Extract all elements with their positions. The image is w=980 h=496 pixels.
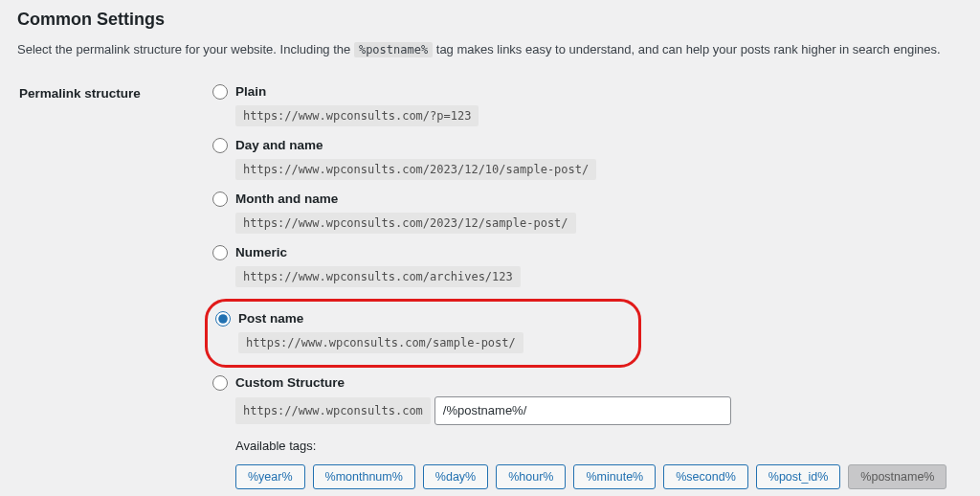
radio-day-name-label[interactable]: Day and name: [235, 138, 323, 152]
radio-custom-label[interactable]: Custom Structure: [235, 375, 345, 390]
tag-postname-button[interactable]: %postname%: [848, 464, 947, 489]
month-name-url-example: https://www.wpconsults.com/2023/12/sampl…: [235, 213, 576, 234]
option-numeric: Numeric https://www.wpconsults.com/archi…: [212, 245, 961, 287]
option-post-name-highlighted: Post name https://www.wpconsults.com/sam…: [205, 299, 641, 368]
tag-post-id-button[interactable]: %post_id%: [756, 464, 841, 489]
tag-second-button[interactable]: %second%: [663, 464, 748, 489]
option-day-and-name: Day and name https://www.wpconsults.com/…: [212, 138, 961, 180]
custom-structure-input[interactable]: [434, 396, 731, 425]
radio-plain-label[interactable]: Plain: [235, 84, 266, 99]
tag-buttons-row: %year% %monthnum% %day% %hour% %minute% …: [235, 464, 961, 496]
radio-post-name-label[interactable]: Post name: [238, 311, 303, 326]
radio-plain[interactable]: [212, 84, 228, 100]
postname-code-tag: %postname%: [354, 42, 433, 57]
tag-monthnum-button[interactable]: %monthnum%: [313, 464, 415, 489]
option-custom-structure: Custom Structure https://www.wpconsults.…: [212, 375, 961, 496]
day-name-url-example: https://www.wpconsults.com/2023/12/10/sa…: [235, 159, 596, 180]
post-name-url-example: https://www.wpconsults.com/sample-post/: [238, 332, 523, 353]
section-title: Common Settings: [17, 10, 963, 30]
radio-month-name[interactable]: [212, 192, 228, 207]
tag-year-button[interactable]: %year%: [235, 464, 305, 489]
section-description: Select the permalink structure for your …: [17, 41, 963, 59]
section-desc-after: tag makes links easy to understand, and …: [436, 42, 941, 56]
available-tags-label: Available tags:: [235, 439, 961, 453]
radio-numeric[interactable]: [212, 245, 228, 260]
permalink-structure-label: Permalink structure: [19, 84, 211, 496]
radio-custom[interactable]: [212, 375, 228, 391]
tag-day-button[interactable]: %day%: [423, 464, 488, 489]
plain-url-example: https://www.wpconsults.com/?p=123: [235, 105, 479, 126]
tag-minute-button[interactable]: %minute%: [573, 464, 656, 489]
option-plain: Plain https://www.wpconsults.com/?p=123: [212, 84, 961, 126]
radio-post-name[interactable]: [215, 311, 231, 327]
radio-day-name[interactable]: [212, 138, 228, 153]
custom-url-prefix: https://www.wpconsults.com: [235, 397, 431, 424]
tag-hour-button[interactable]: %hour%: [496, 464, 566, 489]
section-desc-before: Select the permalink structure for your …: [17, 42, 354, 56]
option-month-and-name: Month and name https://www.wpconsults.co…: [212, 192, 961, 234]
radio-numeric-label[interactable]: Numeric: [235, 245, 287, 259]
numeric-url-example: https://www.wpconsults.com/archives/123: [235, 266, 521, 287]
permalink-form-table: Permalink structure Plain https://www.wp…: [17, 82, 963, 496]
radio-month-name-label[interactable]: Month and name: [235, 192, 338, 206]
